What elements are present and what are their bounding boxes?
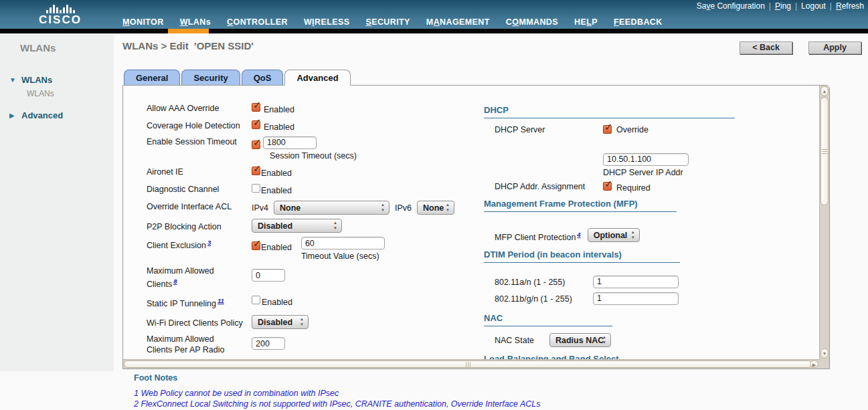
dhcp-addr-required-checkbox[interactable] [603, 182, 612, 191]
session-timeout-checkbox[interactable] [252, 140, 260, 149]
session-timeout-row: Enable Session Timeout Session Timeout (… [147, 136, 461, 161]
tab-general[interactable]: General [124, 70, 180, 85]
max-clients-input[interactable] [252, 269, 285, 282]
apply-button[interactable]: Apply [808, 41, 861, 54]
p2p-blocking-select[interactable]: Disabled [252, 219, 342, 233]
mfp-section-title: Management Frame Protection (MFP) [484, 199, 677, 212]
dtim-80211bgn-input[interactable] [593, 292, 679, 305]
top-header: CISCO Save Configuration|Ping|Logout|Ref… [0, 0, 868, 33]
logout-link[interactable]: Logout [801, 1, 826, 11]
wlan-edit-tabs: General Security QoS Advanced [124, 70, 352, 85]
dtim-80211bgn-label: 802.11b/g/n (1 - 255) [495, 292, 593, 304]
horizontal-scrollbar[interactable]: ▶ [123, 359, 819, 369]
advanced-tab-panel: Allow AAA Override Enabled Coverage Hole… [122, 85, 830, 369]
allow-aaa-override-checkbox[interactable] [252, 103, 260, 112]
nav-feedback[interactable]: FEEDBACK [614, 17, 663, 27]
exclusion-timeout-input[interactable] [301, 237, 385, 249]
nav-monitor[interactable]: MONITOR [122, 17, 164, 27]
footnote-ref-4[interactable]: 4 [577, 231, 580, 238]
nav-management[interactable]: MANAGEMENT [426, 17, 490, 27]
diagnostic-channel-checkbox[interactable] [252, 184, 260, 193]
dhcp-ip-row: DHCP Server IP Addr [495, 152, 812, 177]
dhcp-server-ip-input[interactable] [603, 153, 689, 166]
foot-note-2: 2 FlexConnect Local Switching is not sup… [134, 399, 803, 409]
footnote-ref-3[interactable]: 3 [207, 239, 211, 246]
dtim-80211a-label: 802.11a/n (1 - 255) [495, 276, 593, 287]
nav-wireless[interactable]: WIRELESS [304, 17, 350, 27]
nav-controller[interactable]: CONTROLLER [227, 17, 288, 27]
scroll-right-button[interactable]: ▶ [810, 361, 818, 368]
nac-state-row: NAC State Radius NAC [495, 333, 812, 347]
static-ip-checkbox[interactable] [252, 296, 260, 304]
enabled-text: Enabled [261, 242, 292, 252]
acl-ipv4-select[interactable]: None [274, 201, 389, 215]
wifi-direct-label: Wi-Fi Direct Clients Policy [147, 315, 252, 328]
override-acl-label: Override Interface ACL [147, 201, 252, 212]
tab-qos[interactable]: QoS [242, 70, 284, 85]
vertical-scroll-thumb[interactable] [820, 97, 829, 205]
ping-link[interactable]: Ping [775, 1, 791, 11]
nav-security[interactable]: SECURITY [365, 17, 410, 27]
client-exclusion-checkbox[interactable] [252, 241, 260, 250]
dtim-80211a-row: 802.11a/n (1 - 255) [495, 276, 812, 288]
footnote-ref-11[interactable]: 11 [218, 297, 224, 304]
chevron-down-icon: ▼ [9, 76, 21, 84]
save-configuration-link[interactable]: Save Configuration [697, 1, 765, 11]
horizontal-scroll-thumb[interactable] [124, 361, 812, 368]
nav-active-indicator [168, 29, 209, 33]
refresh-link[interactable]: Refresh [836, 1, 864, 11]
enabled-text: Enabled [261, 185, 292, 195]
acl-ipv6-select[interactable]: None [417, 201, 454, 215]
mfp-client-protection-row: MFP Client Protection4 Optional [495, 228, 812, 242]
scroll-down-button[interactable]: ▼ [820, 348, 829, 358]
nav-wlans[interactable]: WLANs [180, 17, 211, 27]
max-per-radio-input[interactable] [252, 337, 285, 350]
back-button[interactable]: < Back [740, 41, 792, 54]
exclusion-timeout-caption: Timeout Value (secs) [301, 251, 385, 261]
max-per-radio-label: Maximum Allowed Clients Per AP Radio [147, 333, 234, 355]
aironet-ie-checkbox[interactable] [252, 167, 260, 175]
coverage-hole-row: Coverage Hole Detection Enabled [147, 120, 461, 132]
mfp-client-protection-select[interactable]: Optional [588, 228, 640, 242]
tab-advanced[interactable]: Advanced [284, 70, 350, 86]
nac-state-label: NAC State [495, 333, 540, 345]
dhcp-server-ip-caption: DHCP Server IP Addr [603, 168, 689, 177]
utility-links: Save Configuration|Ping|Logout|Refresh [697, 1, 864, 11]
nac-state-select[interactable]: Radius NAC [549, 333, 611, 347]
cisco-logo-icon [20, 3, 100, 13]
page-title: WLANs > Edit 'OPEN SSID' [122, 40, 254, 52]
max-clients-row: Maximum Allowed Clients8 [147, 265, 461, 290]
sidebar-item-advanced[interactable]: ▶ Advanced [0, 108, 114, 123]
nav-help[interactable]: HELP [574, 17, 598, 27]
max-clients-label: Maximum Allowed Clients8 [147, 265, 234, 290]
enabled-text: Enabled [262, 297, 292, 307]
left-column: Allow AAA Override Enabled Coverage Hole… [147, 102, 461, 359]
max-per-radio-row: Maximum Allowed Clients Per AP Radio [147, 333, 461, 355]
override-acl-row: Override Interface ACL IPv4 None IPv6 No… [147, 201, 461, 215]
dhcp-addr-assignment-label: DHCP Addr. Assignment [495, 181, 603, 191]
foot-note-1: 1 Web Policy cannot be used in combinati… [134, 388, 803, 399]
scroll-up-button[interactable]: ▲ [820, 86, 829, 96]
load-balancing-section-title: Load Balancing and Band Select [484, 354, 682, 359]
static-ip-row: Static IP Tunneling11 Enabled [147, 295, 461, 309]
nav-commands[interactable]: COMMANDS [506, 17, 558, 27]
client-exclusion-row: Client Exclusion3 Enabled Timeout Value … [147, 237, 461, 262]
nac-section-title: NAC [484, 313, 612, 326]
dtim-80211a-input[interactable] [593, 276, 679, 288]
coverage-hole-checkbox[interactable] [252, 120, 260, 129]
wifi-direct-row: Wi-Fi Direct Clients Policy Disabled [147, 315, 461, 329]
sidebar-item-wlans-sub[interactable]: WLANs [0, 88, 114, 108]
sidebar-item-wlans[interactable]: ▼ WLANs [0, 72, 114, 88]
dhcp-section-title: DHCP [484, 105, 735, 118]
p2p-blocking-row: P2P Blocking Action Disabled [147, 219, 461, 233]
tab-security[interactable]: Security [181, 70, 240, 85]
ipv6-label: IPv6 [395, 203, 412, 213]
scrollbar-corner [819, 359, 829, 369]
footnote-ref-8[interactable]: 8 [173, 278, 177, 285]
dhcp-server-override-checkbox[interactable] [603, 125, 612, 134]
wifi-direct-select[interactable]: Disabled [252, 315, 309, 329]
session-timeout-input[interactable] [263, 136, 317, 149]
vertical-scrollbar[interactable]: ▲ ▼ [819, 86, 829, 359]
main-nav: MONITOR WLANs CONTROLLER WIRELESS SECURI… [122, 17, 663, 27]
aironet-ie-row: Aironet IE Enabled [147, 166, 461, 178]
